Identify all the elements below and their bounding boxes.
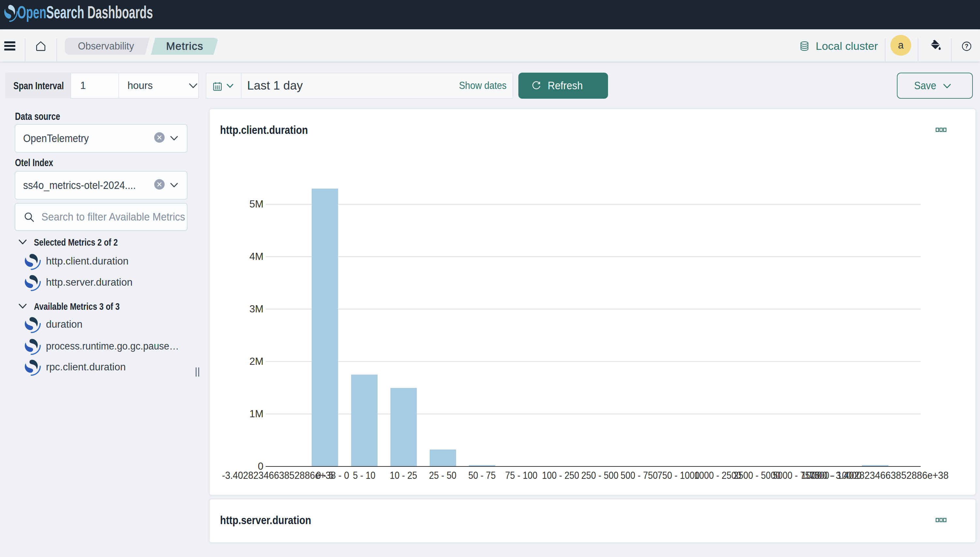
svg-text:0 - 5: 0 - 5 xyxy=(316,470,334,481)
svg-text:1M: 1M xyxy=(249,408,263,420)
svg-text:2M: 2M xyxy=(249,356,263,367)
svg-text:250 - 500: 250 - 500 xyxy=(581,470,619,481)
svg-text:10 - 25: 10 - 25 xyxy=(390,470,417,481)
svg-text:4M: 4M xyxy=(249,251,263,262)
svg-text:100 - 250: 100 - 250 xyxy=(542,470,579,481)
svg-text:10000 - 3.4028234663852886e+38: 10000 - 3.4028234663852886e+38 xyxy=(801,470,949,481)
svg-text:5 - 10: 5 - 10 xyxy=(353,470,376,481)
svg-text:50 - 75: 50 - 75 xyxy=(469,470,496,481)
svg-text:500 - 750: 500 - 750 xyxy=(621,470,658,481)
svg-text:3M: 3M xyxy=(249,303,263,315)
svg-text:5M: 5M xyxy=(249,199,263,210)
svg-text:?: ? xyxy=(965,43,969,49)
svg-text:750 - 1000: 750 - 1000 xyxy=(658,470,700,481)
svg-text:75 - 100: 75 - 100 xyxy=(505,470,537,481)
svg-text:25 - 50: 25 - 50 xyxy=(429,470,456,481)
